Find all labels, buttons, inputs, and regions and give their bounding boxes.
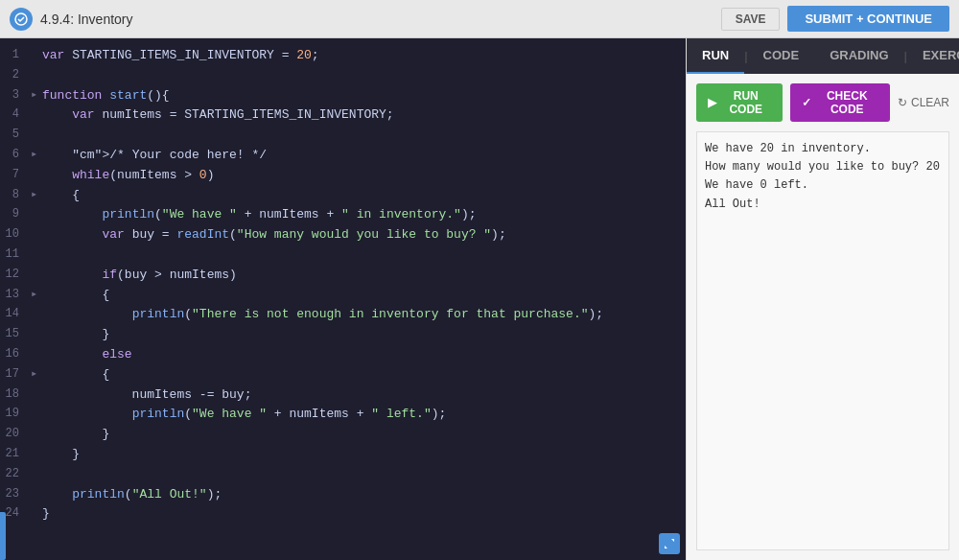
code-line-1: 1var STARTING_ITEMS_IN_INVENTORY = 20; [0, 46, 686, 66]
line-code: { [42, 286, 109, 306]
line-number: 5 [0, 126, 31, 144]
code-line-22: 22 [0, 465, 686, 485]
line-code [42, 465, 50, 485]
line-number: 11 [0, 245, 31, 264]
line-code [42, 66, 50, 86]
line-code: } [42, 325, 109, 345]
code-line-15: 15 } [0, 325, 686, 345]
line-number: 19 [0, 405, 31, 423]
right-panel: RUN | CODE GRADING | EXERCISE | DOCS | H… [686, 38, 959, 560]
line-code: else [42, 345, 132, 365]
line-number: 20 [0, 425, 31, 443]
line-fold-indicator: ▸ [31, 146, 42, 164]
tab-grading[interactable]: GRADING [814, 38, 903, 74]
line-code: } [42, 445, 80, 465]
code-line-13: 13▸ { [0, 286, 686, 306]
tab-exercise[interactable]: EXERCISE [907, 38, 959, 74]
line-code: { [42, 365, 109, 385]
line-number: 15 [0, 325, 31, 343]
code-editor[interactable]: 1var STARTING_ITEMS_IN_INVENTORY = 20;2 … [0, 38, 686, 560]
line-number: 16 [0, 345, 31, 363]
code-line-19: 19 println("We have " + numItems + " lef… [0, 405, 686, 425]
line-code [42, 126, 50, 146]
line-number: 8 [0, 186, 31, 204]
line-number: 7 [0, 166, 31, 184]
line-code: var numItems = STARTING_ITEMS_IN_INVENTO… [42, 105, 394, 126]
line-code: "cm">/* Your code here! */ [42, 146, 267, 166]
output-area: We have 20 in inventory. How many would … [696, 131, 949, 550]
line-number: 14 [0, 305, 31, 323]
line-code: var buy = readInt("How many would you li… [42, 225, 506, 245]
code-line-16: 16 else [0, 345, 686, 365]
expand-button[interactable] [659, 533, 680, 554]
code-content[interactable]: 1var STARTING_ITEMS_IN_INVENTORY = 20;2 … [0, 38, 686, 560]
run-buttons: ▶ RUN CODE ✓ CHECK CODE ↻ CLEAR [696, 83, 949, 122]
line-fold-indicator: ▸ [31, 365, 42, 384]
check-code-button[interactable]: ✓ CHECK CODE [790, 83, 890, 122]
line-number: 13 [0, 286, 31, 304]
line-number: 3 [0, 86, 31, 105]
clear-button[interactable]: ↻ CLEAR [898, 83, 949, 122]
top-bar: 4.9.4: Inventory SAVE SUBMIT + CONTINUE [0, 0, 959, 38]
code-line-9: 9 println("We have " + numItems + " in i… [0, 205, 686, 225]
line-number: 21 [0, 445, 31, 463]
code-line-6: 6▸ "cm">/* Your code here! */ [0, 146, 686, 166]
page-title: 4.9.4: Inventory [40, 12, 713, 27]
play-icon: ▶ [708, 96, 716, 109]
line-number: 12 [0, 266, 31, 284]
main-layout: 1var STARTING_ITEMS_IN_INVENTORY = 20;2 … [0, 38, 959, 560]
line-number: 9 [0, 205, 31, 223]
line-number: 23 [0, 485, 31, 503]
line-number: 4 [0, 105, 31, 124]
line-code: println("We have " + numItems + " in inv… [42, 205, 477, 225]
tab-code[interactable]: CODE [748, 38, 815, 74]
check-icon: ✓ [802, 96, 811, 109]
code-line-4: 4 var numItems = STARTING_ITEMS_IN_INVEN… [0, 105, 686, 126]
code-line-17: 17▸ { [0, 365, 686, 385]
line-fold-indicator: ▸ [31, 286, 42, 304]
code-line-10: 10 var buy = readInt("How many would you… [0, 225, 686, 245]
line-code [42, 245, 50, 266]
code-line-11: 11 [0, 245, 686, 266]
line-code: println("We have " + numItems + " left."… [42, 405, 446, 425]
run-code-button[interactable]: ▶ RUN CODE [696, 83, 783, 122]
line-number: 17 [0, 365, 31, 384]
submit-continue-button[interactable]: SUBMIT + CONTINUE [787, 6, 949, 32]
line-fold-indicator: ▸ [31, 186, 42, 204]
code-line-12: 12 if(buy > numItems) [0, 266, 686, 286]
line-number: 6 [0, 146, 31, 164]
line-code: if(buy > numItems) [42, 266, 237, 286]
code-line-2: 2 [0, 66, 686, 86]
app-logo [10, 8, 33, 31]
code-line-7: 7 while(numItems > 0) [0, 166, 686, 186]
code-line-21: 21 } [0, 445, 686, 465]
line-number: 1 [0, 46, 31, 64]
line-code: println("There is not enough in inventor… [42, 305, 603, 325]
line-code: } [42, 425, 109, 445]
code-line-23: 23 println("All Out!"); [0, 485, 686, 505]
line-number: 10 [0, 225, 31, 244]
line-code: function start(){ [42, 86, 170, 106]
right-tabs: RUN | CODE GRADING | EXERCISE | DOCS | H… [687, 38, 959, 74]
code-line-14: 14 println("There is not enough in inven… [0, 305, 686, 325]
line-number: 2 [0, 66, 31, 84]
line-number: 18 [0, 385, 31, 404]
line-code: } [42, 504, 50, 525]
code-line-18: 18 numItems -= buy; [0, 385, 686, 406]
run-code-panel: ▶ RUN CODE ✓ CHECK CODE ↻ CLEAR We have … [687, 74, 959, 560]
refresh-icon: ↻ [898, 96, 907, 109]
code-line-8: 8▸ { [0, 186, 686, 206]
scroll-indicator [0, 512, 6, 560]
code-line-5: 5 [0, 126, 686, 146]
code-line-24: 24} [0, 504, 686, 525]
save-button[interactable]: SAVE [721, 8, 781, 31]
line-fold-indicator: ▸ [31, 86, 42, 105]
line-code: println("All Out!"); [42, 485, 222, 505]
line-number: 22 [0, 465, 31, 483]
line-code: { [42, 186, 80, 206]
line-code: var STARTING_ITEMS_IN_INVENTORY = 20; [42, 46, 319, 66]
tab-run[interactable]: RUN [687, 38, 744, 74]
line-code: numItems -= buy; [42, 385, 251, 406]
code-line-3: 3▸function start(){ [0, 86, 686, 106]
line-code: while(numItems > 0) [42, 166, 214, 186]
